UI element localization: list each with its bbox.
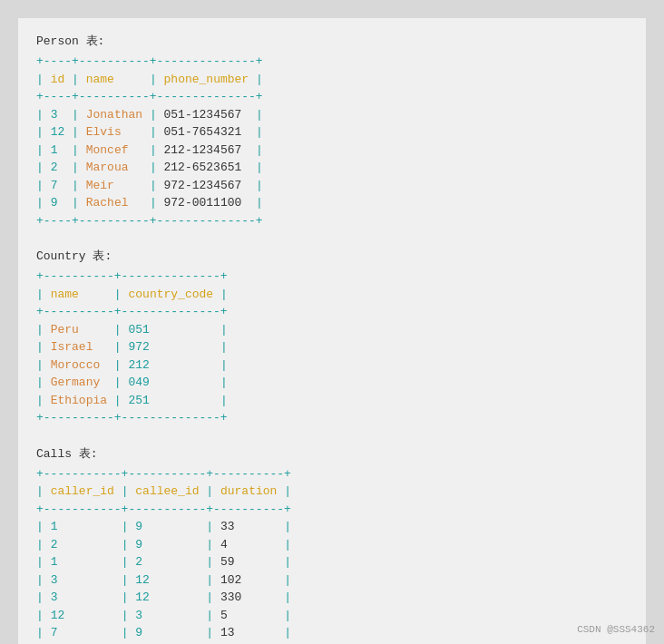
person-table-title: Person 表:: [36, 33, 628, 49]
country-table-section: Country 表: +----------+--------------+ |…: [36, 248, 628, 427]
content-area: Person 表: +----+----------+-------------…: [18, 18, 646, 644]
person-table-section: Person 表: +----+----------+-------------…: [36, 33, 628, 229]
person-table: +----+----------+--------------+ | id | …: [36, 53, 628, 229]
calls-table: +-----------+-----------+----------+ | c…: [36, 465, 628, 645]
country-table-title: Country 表:: [36, 248, 628, 264]
country-table: +----------+--------------+ | name | cou…: [36, 268, 628, 427]
calls-table-section: Calls 表: +-----------+-----------+------…: [36, 445, 628, 645]
watermark: CSDN @SSS4362: [577, 624, 655, 635]
calls-table-title: Calls 表:: [36, 445, 628, 462]
